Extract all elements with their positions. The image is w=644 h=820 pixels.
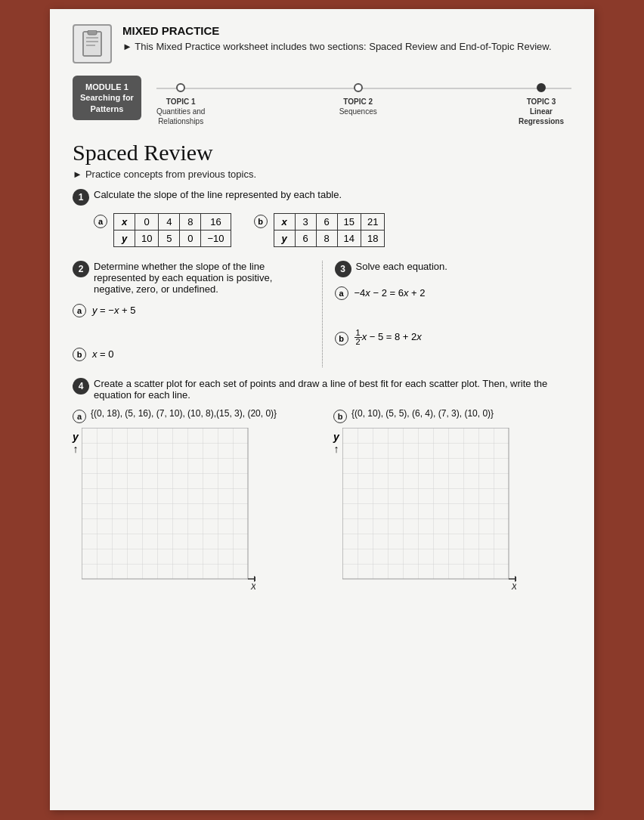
scatter-a-grid: x	[82, 428, 255, 594]
question-2-label: 2 Determine whether the slope of the lin…	[73, 261, 310, 295]
scatter-b-label: b {(0, 10), (5, 5), (6, 4), (7, 3), (10,…	[333, 408, 571, 423]
q1a-x-3: 16	[201, 214, 231, 231]
q1a-y-2: 0	[180, 231, 201, 247]
q2-b-circle: b	[73, 348, 86, 361]
scatter-a-circle: a	[73, 410, 86, 423]
q1a-x-1: 4	[159, 214, 180, 231]
q1b-y-0: 6	[295, 231, 316, 247]
svg-rect-0	[83, 32, 101, 56]
question-1-text: Calculate the slope of the line represen…	[94, 189, 571, 200]
scatter-a-group: a {(0, 18), (5, 16), (7, 10), (10, 8),(1…	[73, 408, 311, 594]
question-4-text: Create a scatter plot for each set of po…	[94, 378, 571, 401]
q1-b-label: b	[254, 215, 268, 228]
module-line3: Patterns	[90, 104, 123, 113]
header-desc-text: This Mixed Practice worksheet includes t…	[135, 41, 551, 52]
question-1-block: 1 Calculate the slope of the line repres…	[73, 189, 571, 247]
question-3-col: 3 Solve each equation. a −4x − 2 = 6x + …	[323, 261, 572, 367]
spaced-review-heading: Spaced Review	[73, 140, 571, 166]
scatter-b-circle: b	[333, 410, 347, 423]
up-arrow-a: ↑	[73, 443, 78, 455]
arrow-icon-2: ►	[73, 169, 82, 180]
q3-a-circle: a	[335, 286, 348, 300]
module-line2: Searching for	[80, 93, 134, 102]
q1-table-a: x 0 4 8 16 y 10 5 0 −10	[113, 213, 231, 247]
q1a-y-0: 10	[135, 231, 159, 247]
q1b-x-0: 3	[295, 214, 316, 231]
q3-a-equation: −4x − 2 = 6x + 2	[355, 287, 426, 299]
topics-progress-row: MODULE 1 Searching for Patterns TOPIC 1Q…	[73, 76, 571, 126]
q1a-y-3: −10	[201, 231, 231, 247]
question-2-number: 2	[73, 261, 89, 277]
question-1-number: 1	[73, 189, 89, 206]
scatter-b-points: {(0, 10), (5, 5), (6, 4), (7, 3), (10, 0…	[351, 408, 494, 419]
q3-part-b: b 12x − 5 = 8 + 2x	[335, 329, 572, 346]
q1-a-label: a	[94, 215, 107, 228]
q1-part-b-group: b x 3 6 15 21 y 6 8 14 18	[254, 213, 385, 247]
q1b-x-label: x	[274, 214, 295, 231]
topic-dot-3	[537, 83, 546, 92]
svg-rect-10	[342, 428, 509, 579]
q3-b-equation: 12x − 5 = 8 + 2x	[355, 329, 422, 346]
question-4-label: 4 Create a scatter plot for each set of …	[73, 378, 571, 401]
q1a-y-label: y	[114, 231, 135, 247]
question-3-number: 3	[335, 261, 351, 277]
q2-q3-section: 2 Determine whether the slope of the lin…	[73, 261, 571, 367]
topics-items: TOPIC 1Quantities andRelationships TOPIC…	[156, 83, 571, 126]
q1b-x-2: 15	[337, 214, 361, 231]
header-description: ► This Mixed Practice worksheet includes…	[122, 40, 552, 54]
q2-part-b: b x = 0	[73, 346, 310, 361]
q2-part-a: a y = −x + 5	[73, 302, 310, 317]
module-badge: MODULE 1 Searching for Patterns	[73, 76, 141, 120]
topic-item-1: TOPIC 1Quantities andRelationships	[156, 83, 206, 126]
q2-a-equation: y = −x + 5	[92, 305, 135, 316]
question-4-number: 4	[73, 378, 89, 395]
mixed-practice-title: MIXED PRACTICE	[122, 24, 552, 37]
q1a-x-0: 0	[135, 214, 159, 231]
scatter-a-points: {(0, 18), (5, 16), (7, 10), (10, 8),(15,…	[91, 408, 277, 419]
scatter-b-y-axis-label: y	[333, 431, 339, 443]
q1b-y-label: y	[274, 231, 295, 247]
up-arrow-b: ↑	[333, 443, 339, 455]
tables-row: a x 0 4 8 16 y 10 5 0 −10	[94, 213, 571, 247]
q1-table-b: x 3 6 15 21 y 6 8 14 18	[274, 213, 385, 247]
svg-rect-6	[82, 428, 248, 579]
question-2-col: 2 Determine whether the slope of the lin…	[73, 261, 323, 367]
module-line1: MODULE 1	[85, 82, 128, 91]
practice-instruction: ► Practice concepts from previous topics…	[73, 169, 571, 180]
q1b-y-1: 8	[316, 231, 337, 247]
scatter-b-group: b {(0, 10), (5, 5), (6, 4), (7, 3), (10,…	[333, 408, 571, 594]
topic-label-2: TOPIC 2Sequences	[339, 97, 377, 116]
topic-item-2: TOPIC 2Sequences	[339, 83, 377, 126]
topics-progress: TOPIC 1Quantities andRelationships TOPIC…	[156, 76, 571, 126]
svg-rect-5	[88, 30, 97, 35]
question-3-text: Solve each equation.	[356, 261, 572, 272]
scatter-a-y-axis-label: y	[73, 431, 79, 443]
header-section: MIXED PRACTICE ► This Mixed Practice wor…	[73, 24, 571, 63]
question-1-label: 1 Calculate the slope of the line repres…	[73, 189, 571, 206]
q2-b-equation: x = 0	[92, 348, 114, 360]
topic-dot-2	[354, 83, 363, 92]
worksheet-page: MIXED PRACTICE ► This Mixed Practice wor…	[50, 9, 594, 810]
svg-text:x: x	[250, 580, 255, 592]
header-text-block: MIXED PRACTICE ► This Mixed Practice wor…	[122, 24, 552, 54]
topic-label-1: TOPIC 1Quantities andRelationships	[156, 97, 206, 126]
practice-instruction-text: Practice concepts from previous topics.	[85, 169, 256, 180]
arrow-icon: ►	[122, 41, 132, 52]
q1b-y-3: 18	[361, 231, 385, 247]
topic-label-3: TOPIC 3Linear Regressions	[511, 97, 571, 126]
q2-a-circle: a	[73, 304, 86, 317]
q1b-y-2: 14	[337, 231, 361, 247]
q1a-x-2: 8	[180, 214, 201, 231]
scatter-a-label: a {(0, 18), (5, 16), (7, 10), (10, 8),(1…	[73, 408, 311, 423]
q1a-x-label: x	[114, 214, 135, 231]
worksheet-icon	[73, 24, 112, 63]
q1b-x-3: 21	[361, 214, 385, 231]
topic-dot-1	[176, 83, 185, 92]
q1a-y-1: 5	[159, 231, 180, 247]
scatter-plots-row: a {(0, 18), (5, 16), (7, 10), (10, 8),(1…	[73, 408, 571, 594]
scatter-b-grid: x	[342, 428, 516, 594]
question-3-label: 3 Solve each equation.	[335, 261, 572, 277]
q3-b-circle: b	[335, 332, 348, 345]
q1-part-a-group: a x 0 4 8 16 y 10 5 0 −10	[94, 213, 231, 247]
q1b-x-1: 6	[316, 214, 337, 231]
